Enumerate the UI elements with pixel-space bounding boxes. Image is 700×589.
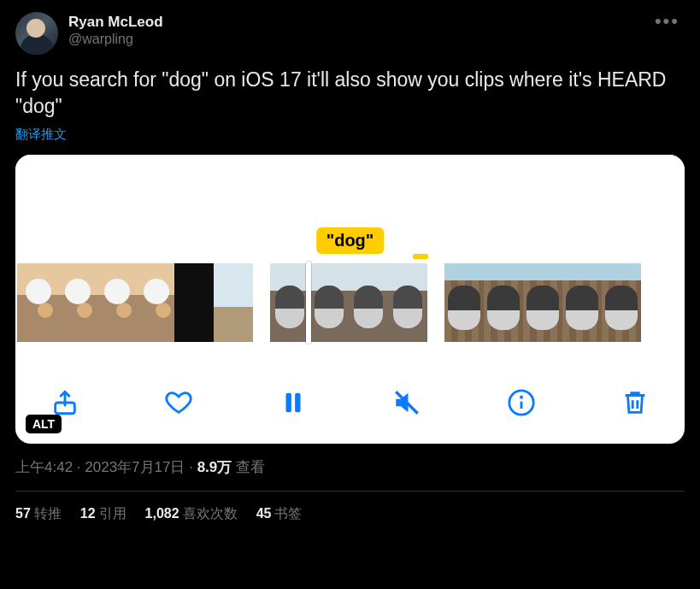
alt-badge[interactable]: ALT	[26, 415, 62, 433]
views-count: 8.9万	[197, 459, 232, 475]
thumbnail	[174, 263, 214, 342]
tweet-header: Ryan McLeod @warpling •••	[15, 12, 685, 55]
thumbnail	[562, 263, 602, 342]
info-icon[interactable]	[504, 386, 538, 420]
thumbnail	[270, 263, 309, 342]
thumbnail	[96, 263, 135, 342]
clip-group[interactable]	[270, 263, 427, 342]
thumbnail	[135, 263, 174, 342]
avatar[interactable]	[15, 12, 58, 55]
bookmarks-stat[interactable]: 45书签	[256, 505, 303, 523]
handle: @warpling	[68, 31, 650, 49]
heart-icon[interactable]	[162, 386, 196, 420]
display-name: Ryan McLeod	[68, 14, 650, 31]
translate-link[interactable]: 翻译推文	[15, 127, 67, 143]
tweet-time[interactable]: 上午4:42	[15, 459, 73, 475]
svg-rect-1	[285, 393, 291, 413]
trash-icon[interactable]	[618, 386, 652, 420]
thumbnail	[56, 263, 96, 342]
thumbnail	[309, 263, 349, 342]
tweet-container: Ryan McLeod @warpling ••• If you search …	[0, 0, 700, 523]
thumbnail	[444, 263, 484, 342]
media-whitespace: "dog"	[15, 155, 685, 262]
views-label: 查看	[232, 459, 265, 475]
quotes-stat[interactable]: 12引用	[80, 505, 126, 523]
timeline-marker	[413, 254, 428, 259]
clip-group[interactable]	[444, 263, 641, 342]
tweet-date[interactable]: 2023年7月17日	[85, 459, 185, 475]
pause-icon[interactable]	[276, 386, 310, 420]
clip-group[interactable]	[17, 263, 253, 342]
thumbnail	[214, 263, 253, 342]
thumbnail	[17, 263, 56, 342]
svg-rect-2	[295, 393, 300, 413]
thumbnail	[388, 263, 427, 342]
tweet-text: If you search for "dog" on iOS 17 it'll …	[15, 67, 685, 120]
search-tag: "dog"	[316, 227, 385, 254]
likes-stat[interactable]: 1,082喜欢次数	[145, 505, 238, 523]
playhead[interactable]	[306, 262, 311, 344]
author-names[interactable]: Ryan McLeod @warpling	[68, 12, 650, 49]
thumbnail	[349, 263, 388, 342]
retweets-stat[interactable]: 57转推	[15, 505, 62, 523]
thumbnail	[523, 263, 562, 342]
thumbnail	[602, 263, 641, 342]
thumbnail	[484, 263, 523, 342]
video-timeline[interactable]	[15, 263, 685, 342]
tweet-stats: 57转推 12引用 1,082喜欢次数 45书签	[15, 492, 685, 523]
media-card[interactable]: "dog"	[15, 155, 685, 444]
svg-point-6	[521, 397, 521, 398]
mute-icon[interactable]	[390, 386, 424, 420]
media-toolbar	[15, 377, 685, 428]
tweet-meta: 上午4:42 · 2023年7月17日 · 8.9万 查看	[15, 457, 685, 477]
more-icon[interactable]: •••	[650, 12, 685, 31]
